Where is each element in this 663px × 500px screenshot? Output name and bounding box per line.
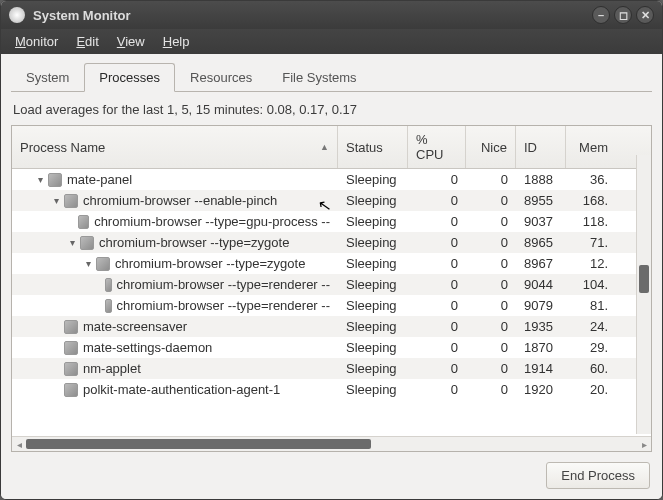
nice-cell: 0 xyxy=(466,319,516,334)
mem-cell: 81. xyxy=(566,298,616,313)
table-row[interactable]: chromium-browser --type=renderer --Sleep… xyxy=(12,274,651,295)
cpu-cell: 0 xyxy=(408,298,466,313)
status-cell: Sleeping xyxy=(338,319,408,334)
col-id[interactable]: ID xyxy=(516,126,566,168)
table-row[interactable]: chromium-browser --type=renderer --Sleep… xyxy=(12,295,651,316)
expander-icon[interactable]: ▾ xyxy=(66,237,78,248)
status-cell: Sleeping xyxy=(338,256,408,271)
mem-cell: 12. xyxy=(566,256,616,271)
table-row[interactable]: ▾chromium-browser --type=zygoteSleeping0… xyxy=(12,232,651,253)
cpu-cell: 0 xyxy=(408,361,466,376)
tab-bar: System Processes Resources File Systems xyxy=(11,62,652,92)
process-name-label: chromium-browser --type=zygote xyxy=(115,256,305,271)
table-row[interactable]: ▾mate-panelSleeping00188836. xyxy=(12,169,651,190)
col-nice[interactable]: Nice xyxy=(466,126,516,168)
nice-cell: 0 xyxy=(466,256,516,271)
scroll-left-icon[interactable]: ◂ xyxy=(12,437,26,451)
expander-icon[interactable]: ▾ xyxy=(50,195,62,206)
table-row[interactable]: chromium-browser --type=gpu-process --Sl… xyxy=(12,211,651,232)
mem-cell: 20. xyxy=(566,382,616,397)
nice-cell: 0 xyxy=(466,214,516,229)
col-status[interactable]: Status xyxy=(338,126,408,168)
vertical-scrollbar-thumb[interactable] xyxy=(639,265,649,293)
col-cpu[interactable]: % CPU xyxy=(408,126,466,168)
tab-processes[interactable]: Processes xyxy=(84,63,175,92)
nice-cell: 0 xyxy=(466,172,516,187)
table-row[interactable]: ▾chromium-browser --type=zygoteSleeping0… xyxy=(12,253,651,274)
menu-view[interactable]: View xyxy=(109,32,153,51)
nice-cell: 0 xyxy=(466,193,516,208)
mem-cell: 118. xyxy=(566,214,616,229)
process-name-label: chromium-browser --enable-pinch xyxy=(83,193,277,208)
process-icon xyxy=(105,299,112,313)
nice-cell: 0 xyxy=(466,340,516,355)
vertical-scrollbar[interactable] xyxy=(636,155,651,434)
minimize-button[interactable]: – xyxy=(592,6,610,24)
cpu-cell: 0 xyxy=(408,172,466,187)
maximize-button[interactable]: ◻ xyxy=(614,6,632,24)
process-name-label: chromium-browser --type=renderer -- xyxy=(117,298,330,313)
horizontal-scrollbar-thumb[interactable] xyxy=(26,439,371,449)
id-cell: 8955 xyxy=(516,193,566,208)
status-cell: Sleeping xyxy=(338,340,408,355)
process-icon xyxy=(64,320,78,334)
tab-filesystems[interactable]: File Systems xyxy=(267,63,371,92)
process-name-label: polkit-mate-authentication-agent-1 xyxy=(83,382,280,397)
table-row[interactable]: polkit-mate-authentication-agent-1Sleepi… xyxy=(12,379,651,400)
process-icon xyxy=(80,236,94,250)
mem-cell: 60. xyxy=(566,361,616,376)
process-icon xyxy=(48,173,62,187)
mem-cell: 71. xyxy=(566,235,616,250)
end-process-button[interactable]: End Process xyxy=(546,462,650,489)
col-process-name[interactable]: Process Name▲ xyxy=(12,126,338,168)
process-name-label: chromium-browser --type=zygote xyxy=(99,235,289,250)
process-icon xyxy=(64,341,78,355)
cpu-cell: 0 xyxy=(408,277,466,292)
tab-resources[interactable]: Resources xyxy=(175,63,267,92)
cpu-cell: 0 xyxy=(408,319,466,334)
scroll-right-icon[interactable]: ▸ xyxy=(637,437,651,451)
id-cell: 9044 xyxy=(516,277,566,292)
id-cell: 9079 xyxy=(516,298,566,313)
mem-cell: 104. xyxy=(566,277,616,292)
nice-cell: 0 xyxy=(466,235,516,250)
mem-cell: 24. xyxy=(566,319,616,334)
process-icon xyxy=(64,383,78,397)
nice-cell: 0 xyxy=(466,298,516,313)
titlebar[interactable]: System Monitor – ◻ ✕ xyxy=(1,1,662,29)
expander-icon[interactable]: ▾ xyxy=(82,258,94,269)
cpu-cell: 0 xyxy=(408,214,466,229)
process-icon xyxy=(78,215,90,229)
tab-system[interactable]: System xyxy=(11,63,84,92)
cpu-cell: 0 xyxy=(408,235,466,250)
id-cell: 8967 xyxy=(516,256,566,271)
nice-cell: 0 xyxy=(466,277,516,292)
col-mem[interactable]: Mem xyxy=(566,126,616,168)
window-title: System Monitor xyxy=(33,8,131,23)
table-row[interactable]: ▾chromium-browser --enable-pinchSleeping… xyxy=(12,190,651,211)
mem-cell: 168. xyxy=(566,193,616,208)
menu-help[interactable]: Help xyxy=(155,32,198,51)
menu-edit[interactable]: Edit xyxy=(68,32,106,51)
table-row[interactable]: mate-settings-daemonSleeping00187029. xyxy=(12,337,651,358)
expander-icon[interactable]: ▾ xyxy=(34,174,46,185)
cpu-cell: 0 xyxy=(408,340,466,355)
status-cell: Sleeping xyxy=(338,172,408,187)
menubar: Monitor Edit View Help xyxy=(1,29,662,54)
load-average-label: Load averages for the last 1, 5, 15 minu… xyxy=(13,102,650,117)
cpu-cell: 0 xyxy=(408,256,466,271)
nice-cell: 0 xyxy=(466,361,516,376)
menu-monitor[interactable]: Monitor xyxy=(7,32,66,51)
id-cell: 1888 xyxy=(516,172,566,187)
close-button[interactable]: ✕ xyxy=(636,6,654,24)
process-name-label: chromium-browser --type=renderer -- xyxy=(117,277,330,292)
horizontal-scrollbar[interactable]: ◂ ▸ xyxy=(12,436,651,451)
table-row[interactable]: mate-screensaverSleeping00193524. xyxy=(12,316,651,337)
table-row[interactable]: nm-appletSleeping00191460. xyxy=(12,358,651,379)
process-name-label: mate-screensaver xyxy=(83,319,187,334)
app-icon xyxy=(9,7,25,23)
status-cell: Sleeping xyxy=(338,193,408,208)
id-cell: 8965 xyxy=(516,235,566,250)
cpu-cell: 0 xyxy=(408,193,466,208)
table-body[interactable]: ▾mate-panelSleeping00188836.▾chromium-br… xyxy=(12,169,651,436)
